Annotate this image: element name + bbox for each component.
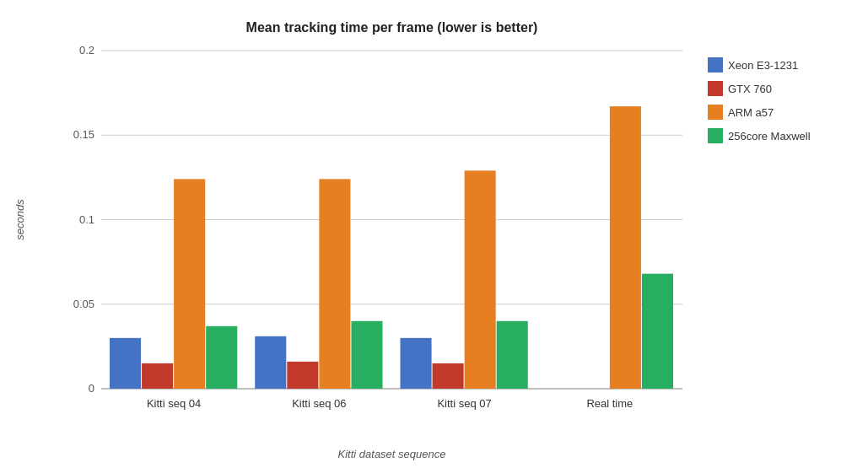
svg-rect-13	[174, 179, 205, 389]
svg-text:0.1: 0.1	[79, 213, 94, 226]
svg-rect-36	[708, 105, 723, 120]
svg-rect-22	[433, 363, 464, 389]
svg-text:256core Maxwell: 256core Maxwell	[728, 130, 811, 142]
svg-rect-24	[497, 321, 528, 389]
svg-text:GTX 760: GTX 760	[728, 83, 772, 95]
svg-text:seconds: seconds	[13, 199, 26, 240]
svg-rect-26	[610, 106, 641, 389]
svg-text:0: 0	[89, 382, 94, 395]
svg-text:Kitti seq 04: Kitti seq 04	[147, 397, 201, 410]
svg-rect-12	[142, 363, 173, 389]
svg-rect-21	[401, 338, 432, 389]
svg-rect-14	[206, 326, 237, 389]
svg-rect-19	[351, 321, 382, 389]
bar-chart: 00.050.10.150.2Kitti seq 04Kitti seq 06K…	[0, 0, 868, 473]
svg-rect-17	[287, 362, 318, 389]
svg-rect-18	[319, 179, 350, 389]
svg-text:Mean tracking time per frame (: Mean tracking time per frame (lower is b…	[246, 20, 538, 35]
svg-rect-34	[708, 81, 723, 96]
svg-text:Kitti dataset sequence: Kitti dataset sequence	[338, 448, 446, 460]
svg-text:ARM a57: ARM a57	[728, 106, 774, 119]
svg-text:Xeon E3-1231: Xeon E3-1231	[728, 59, 798, 72]
svg-rect-11	[110, 338, 141, 389]
chart-container: 00.050.10.150.2Kitti seq 04Kitti seq 06K…	[0, 0, 868, 473]
svg-rect-27	[642, 274, 673, 389]
svg-text:0.2: 0.2	[79, 44, 94, 56]
svg-text:0.05: 0.05	[73, 298, 94, 310]
svg-text:Kitti seq 07: Kitti seq 07	[437, 397, 491, 410]
svg-rect-32	[708, 57, 723, 73]
svg-rect-16	[255, 336, 286, 389]
svg-text:Real time: Real time	[586, 397, 633, 410]
svg-rect-23	[465, 170, 496, 389]
svg-text:0.15: 0.15	[73, 128, 94, 141]
svg-rect-38	[708, 128, 723, 143]
svg-text:Kitti seq 06: Kitti seq 06	[292, 397, 346, 410]
